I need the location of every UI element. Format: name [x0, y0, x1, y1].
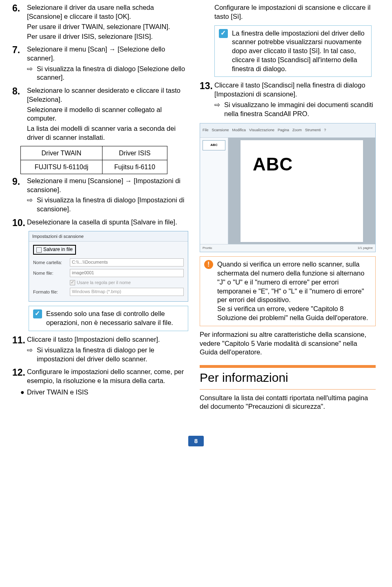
step-12-text: Configurare le impostazioni dello scanne…	[27, 367, 188, 385]
result-indicator: ⇨ Si visualizza la finestra di dialogo […	[27, 196, 188, 214]
step-8-text-a: Selezionare lo scanner desiderato e clic…	[27, 86, 188, 104]
step-9-text: Selezionare il menu [Scansione] → [Impos…	[27, 177, 188, 195]
step-9: 9. Selezionare il menu [Scansione] → [Im…	[12, 177, 188, 215]
folder-field[interactable]: C:\\...\\Documents	[70, 258, 184, 267]
thumbnail-item[interactable]: ABC	[203, 140, 225, 150]
step-7-text: Selezionare il menu [Scan] → [Selezione …	[27, 45, 188, 63]
step-6: 6. Selezionare il driver da usare nella …	[12, 3, 188, 43]
step-10-text: Deselezionare la casella di spunta [Salv…	[27, 218, 188, 227]
format-row: Formato file: Windows Bitmap (*.bmp)	[29, 287, 188, 297]
scan-settings-dialog: Impostazioni di scansione Salvare in fil…	[29, 231, 188, 302]
dialog-titlebar: Impostazioni di scansione	[29, 231, 188, 242]
format-label: Formato file:	[33, 289, 66, 295]
table-header-isis: Driver ISIS	[102, 146, 167, 160]
status-right: 1/1 pagine	[358, 246, 373, 251]
name-rule-row: ✓ Usare la regola per il nome	[29, 278, 188, 287]
step-body: Deselezionare la casella di spunta [Salv…	[27, 218, 188, 228]
section-divider-thin	[200, 389, 376, 390]
step-6-text-a: Selezionare il driver da usare nella sch…	[27, 3, 188, 21]
preview-canvas: ABC	[228, 138, 375, 244]
note-text: Essendo solo una fase di controllo delle…	[46, 309, 184, 327]
step-10: 10. Deselezionare la casella di spunta […	[12, 218, 188, 228]
step-8-text-c: La lista dei modelli di scanner varia a …	[27, 124, 188, 142]
file-field[interactable]: image0001	[70, 269, 184, 277]
more-info-paragraph: Per informazioni su altre caratteristich…	[200, 330, 376, 357]
step-body: Selezionare il menu [Scansione] → [Impos…	[27, 177, 188, 215]
warning-icon	[204, 260, 213, 269]
step-11-result: Si visualizza la finestra di dialogo per…	[37, 346, 188, 364]
step-7: 7. Selezionare il menu [Scan] → [Selezio…	[12, 45, 188, 84]
step-11-text: Cliccare il tasto [Impostazioni dello sc…	[27, 335, 188, 344]
file-name-row: Nome file: image0001	[29, 268, 188, 278]
checkbox-icon: ✓	[70, 280, 75, 285]
step-6-text-c: Per usare il driver ISIS, selezionare [I…	[27, 32, 188, 41]
step-number: 8.	[12, 86, 27, 143]
arrow-icon: ⇨	[27, 346, 37, 364]
note-box-save-file: Essendo solo una fase di controllo delle…	[29, 306, 188, 331]
table-cell-twain: FUJITSU fi-6110dj	[21, 160, 102, 174]
step-number: 12.	[12, 367, 27, 385]
step-13-text: Cliccare il tasto [Scandisci] nella fine…	[214, 81, 376, 99]
section-heading: Per informazioni	[200, 370, 376, 386]
step-number: 6.	[12, 3, 27, 43]
step-13-result: Si visualizzano le immagini dei document…	[224, 101, 376, 119]
note-box-rescan: La finestra delle impostazioni del drive…	[214, 25, 372, 77]
save-to-file-checkbox[interactable]: Salvare in file	[33, 245, 76, 255]
step-7-result: Si visualizza la finestra di dialogo [Se…	[37, 65, 188, 83]
step-number: 13.	[200, 81, 214, 120]
table-cell-isis: Fujitsu fi-6110	[102, 160, 167, 174]
app-toolbar: FileScansioneModificaVisualizzazionePagi…	[200, 123, 375, 138]
format-field[interactable]: Windows Bitmap (*.bmp)	[70, 288, 184, 296]
arrow-icon: ⇨	[27, 65, 37, 83]
result-indicator: ⇨ Si visualizzano le immagini dei docume…	[214, 101, 376, 119]
folder-name-row: Nome cartella: C:\\...\\Documents	[29, 257, 188, 268]
result-indicator: ⇨ Si visualizza la finestra di dialogo […	[27, 65, 188, 83]
scandall-window: FileScansioneModificaVisualizzazionePagi…	[200, 123, 376, 252]
step-8-text-b: Selezionare il modello di scanner colleg…	[27, 105, 188, 123]
step-number: 9.	[12, 177, 27, 215]
step-body: Cliccare il tasto [Impostazioni dello sc…	[27, 335, 188, 365]
step-number: 11.	[12, 335, 27, 365]
checkbox-icon	[36, 247, 42, 253]
result-indicator: ⇨ Si visualizza la finestra di dialogo p…	[27, 346, 188, 364]
bullet-icon: ●	[20, 388, 27, 397]
driver-table: Driver TWAIN Driver ISIS FUJITSU fi-6110…	[20, 146, 167, 174]
warning-box: Quando si verifica un errore nello scann…	[200, 256, 376, 326]
page-container: 6. Selezionare il driver da usare nella …	[0, 0, 392, 423]
arrow-icon: ⇨	[27, 196, 37, 214]
contact-paragraph: Consultare la lista dei contatti riporta…	[200, 394, 376, 412]
bullet-text: Driver TWAIN e ISIS	[27, 388, 88, 397]
arrow-icon: ⇨	[214, 101, 224, 119]
thumbnail-panel: ABC	[200, 138, 228, 244]
name-rule-label: Usare la regola per il nome	[77, 280, 131, 286]
step-number: 10.	[12, 218, 27, 228]
page-number-badge: 8	[188, 436, 204, 446]
check-icon	[33, 309, 42, 318]
step-11: 11. Cliccare il tasto [Impostazioni dell…	[12, 335, 188, 365]
step-8: 8. Selezionare lo scanner desiderato e c…	[12, 86, 188, 143]
step-body: Selezionare lo scanner desiderato e clic…	[27, 86, 188, 143]
status-bar: Pronto 1/1 pagine	[200, 244, 375, 252]
left-column: 6. Selezionare il driver da usare nella …	[12, 3, 188, 411]
step-body: Configurare le impostazioni dello scanne…	[27, 367, 188, 385]
status-left: Pronto	[203, 246, 212, 251]
section-divider-thick	[200, 365, 376, 368]
step-body: Selezionare il menu [Scan] → [Selezione …	[27, 45, 188, 84]
check-icon	[219, 29, 228, 38]
right-column: Configurare le impostazioni di scansione…	[200, 3, 376, 411]
folder-label: Nome cartella:	[33, 260, 66, 266]
step-6-text-b: Per usare il driver TWAIN, selezionare […	[27, 22, 188, 31]
continuation-text: Configurare le impostazioni di scansione…	[214, 3, 376, 21]
step-body: Selezionare il driver da usare nella sch…	[27, 3, 188, 43]
table-header-twain: Driver TWAIN	[21, 146, 102, 160]
note-text: La finestra delle impostazioni del drive…	[232, 29, 367, 74]
save-to-file-label: Salvare in file	[43, 246, 73, 253]
step-body: Cliccare il tasto [Scandisci] nella fine…	[214, 81, 376, 120]
step-13: 13. Cliccare il tasto [Scandisci] nella …	[200, 81, 376, 120]
step-9-result: Si visualizza la finestra di dialogo [Im…	[37, 196, 188, 214]
warning-text: Quando si verifica un errore nello scann…	[217, 260, 371, 322]
driver-bullet: ● Driver TWAIN e ISIS	[20, 388, 188, 397]
file-label: Nome file:	[33, 270, 66, 276]
step-number: 7.	[12, 45, 27, 84]
scanned-page: ABC	[241, 140, 363, 242]
